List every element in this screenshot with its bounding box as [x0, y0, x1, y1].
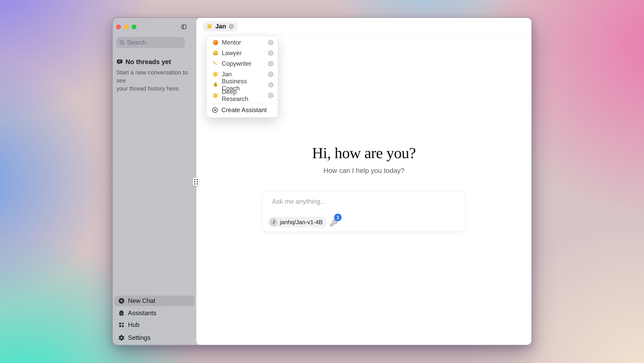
assistant-edit-gear-icon[interactable]: [268, 40, 274, 46]
gear-icon: [118, 334, 125, 341]
money-bag-icon: $: [212, 82, 219, 88]
svg-text:$: $: [215, 84, 216, 86]
zipper-mouth-face-icon: [212, 50, 219, 57]
assistant-edit-gear-icon[interactable]: [268, 61, 274, 67]
assistant-menu: Mentor Lawyer: [206, 36, 278, 118]
sidebar-resize-handle[interactable]: [193, 178, 199, 186]
model-name: janhq/Jan-v1-4B: [280, 219, 323, 226]
sidebar-item-hub[interactable]: Hub: [114, 320, 195, 330]
assistant-menu-item-label: Deep Research: [222, 88, 265, 103]
empty-state-title: No threads yet: [126, 58, 171, 66]
model-avatar: J: [270, 218, 278, 226]
main-panel: Jan Mentor: [196, 18, 532, 345]
sidebar-toggle-icon[interactable]: [181, 24, 187, 30]
zoom-window-button[interactable]: [132, 25, 136, 29]
waving-hand-icon: [212, 71, 219, 78]
sidebar-item-settings[interactable]: Settings: [114, 332, 195, 343]
sidebar-item-label: New Chat: [128, 297, 155, 304]
sidebar-item-label: Settings: [128, 334, 150, 341]
assistant-menu-item-mentor[interactable]: Mentor: [207, 37, 278, 48]
assistant-menu-item-deep-research[interactable]: Deep Research: [207, 90, 278, 101]
empty-state-description-line2: your thread history here.: [116, 85, 189, 93]
assistant-menu-item-lawyer[interactable]: Lawyer: [207, 48, 278, 58]
orange-circle-icon: [212, 39, 219, 46]
circle-plus-outline-icon: [212, 107, 218, 113]
sidebar-item-label: Assistants: [128, 309, 156, 317]
waving-hand-icon: [212, 92, 219, 99]
current-assistant-name: Jan: [215, 23, 226, 30]
tools-count-badge[interactable]: 1: [334, 214, 342, 221]
empty-threads-state: No threads yet Start a new conversation …: [116, 58, 189, 93]
pencil-icon: [212, 60, 219, 67]
sidebar-item-new-chat[interactable]: New Chat: [114, 296, 195, 306]
assistant-bot-icon: [118, 310, 125, 316]
assistant-settings-icon[interactable]: [228, 24, 234, 29]
waving-hand-icon: [206, 23, 213, 30]
minimize-window-button[interactable]: [124, 25, 129, 29]
close-window-button[interactable]: [116, 25, 121, 29]
assistant-menu-item-copywriter[interactable]: Copywriter: [207, 58, 278, 69]
message-composer: J janhq/Jan-v1-4B 1: [262, 191, 466, 232]
search-input[interactable]: [127, 39, 182, 46]
greeting-subtitle: How can I help you today?: [196, 167, 532, 175]
message-input[interactable]: [272, 198, 448, 205]
grid-plus-icon: [118, 321, 125, 328]
assistant-selector-button[interactable]: Jan: [203, 21, 238, 32]
assistant-edit-gear-icon[interactable]: [268, 71, 274, 77]
chat-bubble-icon: [116, 59, 123, 65]
model-selector-button[interactable]: J janhq/Jan-v1-4B: [268, 217, 327, 227]
greeting-block: Hi, how are you? How can I help you toda…: [196, 144, 532, 175]
circle-plus-icon: [118, 297, 125, 304]
sidebar-item-label: Hub: [128, 321, 140, 328]
create-assistant-button[interactable]: Create Assistant: [207, 103, 278, 117]
assistant-menu-item-label: Copywriter: [222, 60, 252, 67]
assistant-edit-gear-icon[interactable]: [268, 92, 274, 99]
empty-state-description-line1: Start a new conversation to see: [116, 68, 189, 85]
assistant-menu-item-label: Lawyer: [222, 50, 242, 57]
assistant-menu-item-label: Mentor: [222, 39, 241, 46]
sidebar-item-assistants[interactable]: Assistants: [114, 308, 195, 318]
chat-header: Jan: [196, 18, 532, 35]
app-window: No threads yet Start a new conversation …: [112, 17, 532, 345]
desktop-background: No threads yet Start a new conversation …: [0, 0, 644, 363]
create-assistant-label: Create Assistant: [222, 107, 266, 114]
search-icon: [119, 40, 125, 45]
assistant-menu-item-label: Jan: [222, 71, 232, 78]
search-box[interactable]: [116, 37, 185, 48]
greeting-title: Hi, how are you?: [196, 144, 532, 162]
assistant-edit-gear-icon[interactable]: [268, 50, 274, 56]
assistant-edit-gear-icon[interactable]: [268, 82, 274, 88]
sidebar: No threads yet Start a new conversation …: [113, 18, 196, 345]
